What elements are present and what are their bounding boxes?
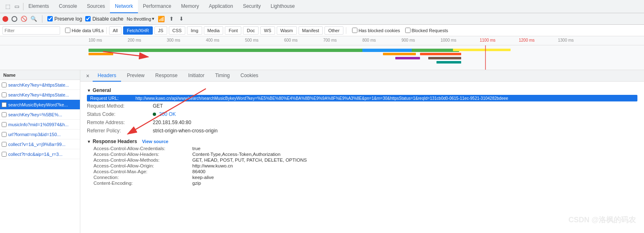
tab-bar: ⬚ ▭ Elements Console Sources Network Per…: [0, 0, 644, 13]
has-blocked-cookies-text: Has blocked cookies: [359, 28, 400, 33]
item-name: collect?v=1&_v=j9%8a=99...: [8, 142, 78, 147]
item-checkbox[interactable]: [2, 102, 7, 107]
stop-icon[interactable]: [12, 16, 17, 22]
sep1: [42, 15, 42, 23]
tab-sources[interactable]: Sources: [82, 0, 110, 13]
filter-doc[interactable]: Doc: [243, 26, 259, 35]
item-name: musicInfo?mid=1%09974&h...: [8, 122, 78, 127]
view-source-btn[interactable]: View source: [142, 139, 168, 144]
detail-tab-headers[interactable]: Headers: [93, 70, 121, 82]
upload-icon[interactable]: ⬆: [168, 16, 175, 22]
filter-fetch-xhr[interactable]: Fetch/XHR: [123, 26, 153, 35]
download-icon[interactable]: ⬇: [178, 16, 184, 22]
detail-tab-initiator[interactable]: Initiator: [183, 70, 209, 82]
chart-bar-teal: [436, 61, 461, 64]
response-headers-list: Access-Control-Allow-Credentials: true A…: [87, 146, 637, 186]
filter-css[interactable]: CSS: [169, 26, 186, 35]
detail-tab-timing[interactable]: Timing: [210, 70, 235, 82]
preserve-log-label[interactable]: Preserve log: [47, 16, 82, 22]
filter-ws[interactable]: WS: [260, 26, 275, 35]
item-checkbox[interactable]: [2, 112, 7, 117]
network-toolbar: 🚫 🔍 Preserve log Disable cache No thrott…: [0, 13, 644, 25]
tab-performance[interactable]: Performance: [138, 0, 176, 13]
filter-sep2: [346, 27, 346, 34]
hide-data-urls-checkbox[interactable]: [65, 28, 70, 33]
section-arrow-icon: ▼: [87, 88, 91, 93]
list-item[interactable]: collect?v=1&_v=j9%8a=99...: [0, 139, 80, 149]
filter-img[interactable]: Img: [187, 26, 202, 35]
search-icon[interactable]: 🔍: [30, 16, 37, 22]
request-list-header: Name: [0, 70, 80, 80]
hide-data-urls-text: Hide data URLs: [72, 28, 104, 33]
throttle-select[interactable]: No throttling ▾: [127, 16, 154, 21]
list-item[interactable]: searchKey?key=&httpsState...: [0, 90, 80, 100]
tab-lighthouse[interactable]: Lighthouse: [266, 0, 300, 13]
rh-val: keep-alive: [192, 175, 214, 180]
hide-data-urls-label[interactable]: Hide data URLs: [65, 28, 104, 33]
request-url-key: Request URL:: [90, 96, 135, 101]
item-checkbox[interactable]: [2, 122, 7, 127]
detail-tab-cookies[interactable]: Cookies: [236, 70, 263, 82]
disable-cache-label[interactable]: Disable cache: [85, 16, 123, 22]
tab-application[interactable]: Application: [204, 0, 238, 13]
detail-close-btn[interactable]: ×: [84, 72, 92, 80]
list-item[interactable]: musicInfo?mid=1%09974&h...: [0, 120, 80, 129]
time-1300: 1300 ms: [558, 38, 574, 42]
tab-network[interactable]: Network: [110, 0, 138, 13]
request-list: Name searchKey?key=&httpsState... search…: [0, 70, 80, 233]
filter-all[interactable]: All: [109, 26, 121, 35]
filter-media[interactable]: Media: [204, 26, 224, 35]
item-checkbox[interactable]: [2, 152, 7, 157]
referrer-policy-key: Referrer Policy:: [87, 127, 153, 134]
time-600: 600 ms: [284, 38, 298, 42]
clear-icon[interactable]: 🚫: [21, 16, 27, 22]
tab-elements[interactable]: Elements: [23, 0, 54, 13]
list-item[interactable]: searchKey?key=&httpsState...: [0, 80, 80, 90]
tab-security[interactable]: Security: [238, 0, 266, 13]
inspect-icon[interactable]: ⬚: [4, 3, 12, 10]
status-dot-icon: [153, 113, 156, 116]
list-item[interactable]: url?format=mp3&id=150...: [0, 129, 80, 139]
general-title: General: [93, 87, 111, 93]
blocked-requests-label[interactable]: Blocked Requests: [405, 28, 448, 33]
filter-js[interactable]: JS: [154, 26, 167, 35]
item-name: searchKey?key=&httpsState...: [8, 92, 78, 97]
blocked-requests-checkbox[interactable]: [405, 28, 411, 33]
time-100: 100 ms: [89, 38, 102, 42]
list-item[interactable]: searchKey?key=%5BE%...: [0, 110, 80, 120]
has-blocked-cookies-label[interactable]: Has blocked cookies: [352, 28, 400, 33]
filter-row: Hide data URLs All Fetch/XHR JS CSS Img …: [0, 25, 644, 36]
filter-wasm[interactable]: Wasm: [277, 26, 297, 35]
filter-input[interactable]: [2, 26, 60, 35]
list-item-active[interactable]: searchMusicBykeyWord?ke...: [0, 100, 80, 110]
disable-cache-checkbox[interactable]: [85, 16, 91, 21]
filter-font[interactable]: Font: [225, 26, 241, 35]
rh-row: Access-Control-Allow-Methods: GET, HEAD,…: [87, 158, 637, 162]
filter-other[interactable]: Other: [324, 26, 343, 35]
time-800: 800 ms: [362, 38, 376, 42]
record-icon[interactable]: [2, 16, 8, 22]
tab-console[interactable]: Console: [54, 0, 82, 13]
item-checkbox[interactable]: [2, 92, 7, 97]
item-checkbox[interactable]: [2, 142, 7, 147]
wifi-icon[interactable]: 📶: [158, 16, 165, 22]
item-checkbox[interactable]: [2, 82, 7, 87]
rh-key: Access-Control-Allow-Methods:: [93, 158, 192, 162]
response-headers-section-title: ▼ Response Headers View source: [87, 139, 637, 144]
item-checkbox[interactable]: [2, 132, 7, 137]
disable-cache-text: Disable cache: [92, 16, 123, 22]
watermark: CSDN @洛枫的码农: [568, 215, 636, 225]
rh-key: Access-Control-Allow-Headers:: [93, 152, 192, 157]
filter-manifest[interactable]: Manifest: [299, 26, 323, 35]
list-item[interactable]: collect?t=dc&aip=1&_r=3...: [0, 149, 80, 159]
request-url-val[interactable]: http://www.kuwo.cn/api/www/search/search…: [135, 96, 634, 101]
detail-tab-response[interactable]: Response: [150, 70, 182, 82]
time-400: 400 ms: [206, 38, 219, 42]
tab-memory[interactable]: Memory: [176, 0, 204, 13]
preserve-log-checkbox[interactable]: [47, 16, 53, 21]
has-blocked-cookies-checkbox[interactable]: [352, 28, 357, 33]
status-code-row: Status Code: 200 OK: [87, 111, 637, 118]
referrer-policy-val: strict-origin-when-cross-origin: [153, 127, 217, 134]
device-icon[interactable]: ▭: [13, 3, 21, 10]
detail-tab-preview[interactable]: Preview: [122, 70, 149, 82]
